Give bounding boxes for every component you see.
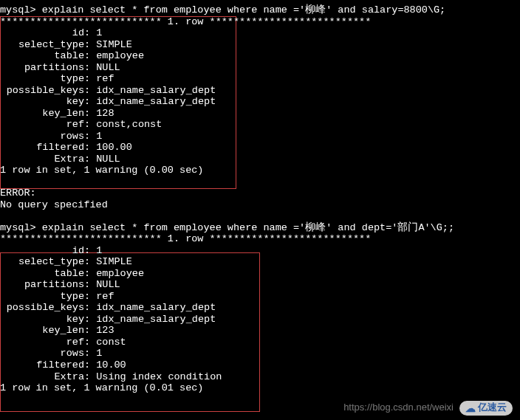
r1-table: table: employee — [0, 50, 520, 62]
label2-key_len: key_len — [0, 325, 84, 337]
error-msg: No query specified — [0, 199, 520, 211]
label2-table: table — [0, 268, 84, 280]
val2-ref: const — [96, 337, 126, 348]
label2-ref: ref — [0, 337, 84, 348]
cloud-icon: ☁ — [465, 402, 476, 414]
label2-Extra: Extra — [0, 371, 84, 383]
val2-key_len: 123 — [96, 325, 114, 336]
label2-possible_keys: possible_keys — [0, 302, 84, 314]
label-select_type: select_type — [0, 39, 84, 51]
label-partitions: partitions — [0, 62, 84, 74]
r1-Extra: Extra: NULL — [0, 154, 520, 165]
label2-type: type — [0, 291, 84, 303]
error-label: ERROR: — [0, 187, 520, 199]
terminal-output: mysql> explain select * from employee wh… — [0, 4, 520, 394]
label-ref: ref — [0, 119, 84, 131]
r2-type: type: ref — [0, 291, 520, 303]
val2-filtered: 10.00 — [96, 359, 126, 371]
logo-badge: ☁ 亿速云 — [459, 401, 513, 416]
r1-possible_keys: possible_keys: idx_name_salary_dept — [0, 85, 520, 97]
r1-type: type: ref — [0, 73, 520, 85]
label2-key: key — [0, 314, 84, 326]
r1-select_type: select_type: SIMPLE — [0, 39, 520, 51]
query-1: mysql> explain select * from employee wh… — [0, 4, 520, 16]
r1-rows: rows: 1 — [0, 131, 520, 142]
val-partitions: NULL — [96, 62, 120, 73]
val2-key: idx_name_salary_dept — [96, 314, 216, 325]
label2-id: id — [0, 245, 84, 257]
val-possible_keys: idx_name_salary_dept — [96, 85, 216, 96]
r2-id: id: 1 — [0, 245, 520, 257]
val2-table: employee — [96, 268, 144, 279]
val2-select_type: SIMPLE — [96, 256, 132, 267]
val2-possible_keys: idx_name_salary_dept — [96, 302, 216, 313]
logo-text: 亿速云 — [478, 402, 507, 413]
val-type: ref — [96, 73, 114, 84]
r2-Extra: Extra: Using index condition — [0, 371, 520, 383]
r2-key: key: idx_name_salary_dept — [0, 314, 520, 326]
label-key_len: key_len — [0, 108, 84, 120]
label-filtered: filtered — [0, 142, 84, 154]
r2-partitions: partitions: NULL — [0, 279, 520, 291]
val-key: idx_name_salary_dept — [96, 96, 216, 107]
label-table: table — [0, 50, 84, 62]
r2-rows: rows: 1 — [0, 348, 520, 359]
val-table: employee — [96, 50, 144, 61]
val2-type: ref — [96, 291, 114, 302]
r2-filtered: filtered: 10.00 — [0, 359, 520, 371]
label-id: id — [0, 27, 84, 39]
r2-ref: ref: const — [0, 337, 520, 348]
blank-1 — [0, 176, 520, 188]
val2-rows: 1 — [96, 348, 102, 359]
r2-select_type: select_type: SIMPLE — [0, 256, 520, 268]
watermark: https://blog.csdn.net/weixi ☁ 亿速云 — [343, 401, 513, 416]
label2-filtered: filtered — [0, 359, 84, 371]
r1-ref: ref: const,const — [0, 119, 520, 131]
val-filtered: 100.00 — [96, 142, 132, 153]
row-separator-2: *************************** 1. row *****… — [0, 233, 520, 245]
label2-rows: rows — [0, 348, 84, 359]
r1-key: key: idx_name_salary_dept — [0, 96, 520, 108]
r2-key_len: key_len: 123 — [0, 325, 520, 337]
val2-partitions: NULL — [96, 279, 120, 290]
r1-id: id: 1 — [0, 27, 520, 39]
summary-1: 1 row in set, 1 warning (0.00 sec) — [0, 165, 520, 176]
watermark-text: https://blog.csdn.net/weixi — [343, 402, 454, 413]
val-ref: const,const — [96, 119, 162, 130]
r2-possible_keys: possible_keys: idx_name_salary_dept — [0, 302, 520, 314]
val-Extra: NULL — [96, 154, 120, 165]
val2-Extra: Using index condition — [96, 371, 222, 382]
query-2: mysql> explain select * from employee wh… — [0, 222, 520, 234]
val2-id: 1 — [96, 245, 102, 256]
label2-partitions: partitions — [0, 279, 84, 291]
r1-partitions: partitions: NULL — [0, 62, 520, 74]
val-rows: 1 — [96, 131, 102, 142]
label-type: type — [0, 73, 84, 85]
label-rows: rows — [0, 131, 84, 142]
label2-select_type: select_type — [0, 256, 84, 268]
val-key_len: 128 — [96, 108, 114, 119]
row-separator-1: *************************** 1. row *****… — [0, 16, 520, 28]
r1-key_len: key_len: 128 — [0, 108, 520, 120]
val-select_type: SIMPLE — [96, 39, 132, 50]
r2-table: table: employee — [0, 268, 520, 280]
label-possible_keys: possible_keys — [0, 85, 84, 97]
r1-filtered: filtered: 100.00 — [0, 142, 520, 154]
val-id: 1 — [96, 27, 102, 38]
label-Extra: Extra — [0, 154, 84, 165]
blank-2 — [0, 210, 520, 222]
label-key: key — [0, 96, 84, 108]
summary-2: 1 row in set, 1 warning (0.01 sec) — [0, 382, 520, 394]
